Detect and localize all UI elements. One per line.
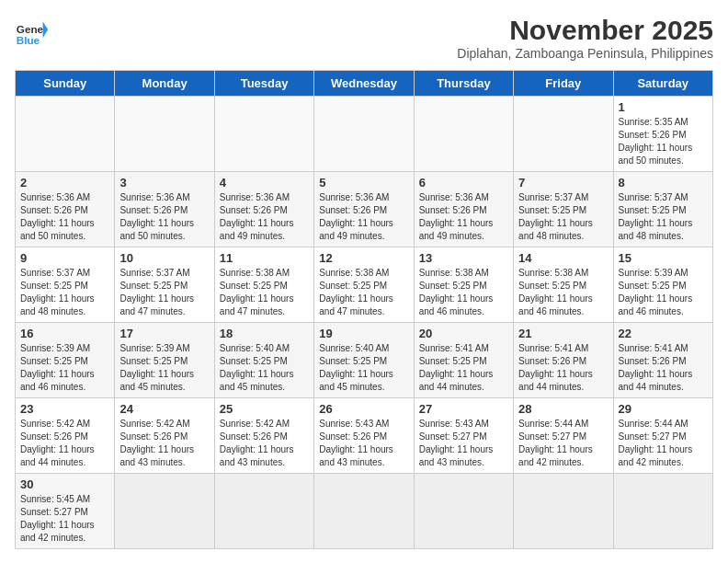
day-number: 16 <box>20 327 109 340</box>
week-row-4: 16Sunrise: 5:39 AMSunset: 5:25 PMDayligh… <box>16 323 713 398</box>
day-number: 27 <box>419 402 508 416</box>
day-number: 14 <box>518 251 608 265</box>
location-subtitle: Diplahan, Zamboanga Peninsula, Philippin… <box>457 46 713 61</box>
calendar-header: SundayMondayTuesdayWednesdayThursdayFrid… <box>16 71 713 97</box>
month-title: November 2025 <box>457 15 713 46</box>
day-number: 29 <box>619 402 708 416</box>
day-number: 1 <box>619 100 708 114</box>
header-row: SundayMondayTuesdayWednesdayThursdayFrid… <box>16 71 713 97</box>
day-header-wednesday: Wednesday <box>314 71 414 97</box>
day-number: 5 <box>319 176 408 190</box>
day-info: Sunrise: 5:36 AMSunset: 5:26 PMDaylight:… <box>220 191 309 243</box>
calendar-cell: 20Sunrise: 5:41 AMSunset: 5:25 PMDayligh… <box>414 323 513 398</box>
day-number: 30 <box>20 477 109 491</box>
day-info: Sunrise: 5:39 AMSunset: 5:25 PMDaylight:… <box>119 342 209 394</box>
week-row-6: 30Sunrise: 5:45 AMSunset: 5:27 PMDayligh… <box>16 474 713 549</box>
week-row-5: 23Sunrise: 5:42 AMSunset: 5:26 PMDayligh… <box>16 398 713 474</box>
day-info: Sunrise: 5:38 AMSunset: 5:25 PMDaylight:… <box>220 267 309 318</box>
calendar-cell: 26Sunrise: 5:43 AMSunset: 5:26 PMDayligh… <box>314 398 414 474</box>
calendar-cell <box>214 97 313 172</box>
day-info: Sunrise: 5:41 AMSunset: 5:26 PMDaylight:… <box>518 342 608 394</box>
day-info: Sunrise: 5:37 AMSunset: 5:25 PMDaylight:… <box>20 267 109 318</box>
calendar-cell <box>115 474 214 549</box>
day-number: 24 <box>119 402 209 416</box>
title-block: November 2025 Diplahan, Zamboanga Penins… <box>457 15 713 61</box>
calendar-cell <box>314 474 414 549</box>
svg-text:Blue: Blue <box>17 34 40 46</box>
calendar-cell: 11Sunrise: 5:38 AMSunset: 5:25 PMDayligh… <box>214 247 313 323</box>
calendar-cell: 25Sunrise: 5:42 AMSunset: 5:26 PMDayligh… <box>214 398 313 474</box>
day-number: 7 <box>518 176 608 190</box>
day-number: 9 <box>20 251 109 265</box>
calendar-cell: 6Sunrise: 5:36 AMSunset: 5:26 PMDaylight… <box>414 172 513 247</box>
calendar-cell: 21Sunrise: 5:41 AMSunset: 5:26 PMDayligh… <box>514 323 613 398</box>
day-number: 18 <box>220 327 309 340</box>
day-number: 23 <box>20 402 109 416</box>
calendar-cell: 13Sunrise: 5:38 AMSunset: 5:25 PMDayligh… <box>414 247 513 323</box>
calendar-cell <box>514 474 613 549</box>
calendar-cell: 18Sunrise: 5:40 AMSunset: 5:25 PMDayligh… <box>214 323 313 398</box>
day-info: Sunrise: 5:43 AMSunset: 5:26 PMDaylight:… <box>319 418 408 469</box>
day-info: Sunrise: 5:42 AMSunset: 5:26 PMDaylight:… <box>119 418 209 469</box>
day-number: 12 <box>319 251 408 265</box>
day-number: 28 <box>518 402 608 416</box>
calendar-cell <box>414 97 513 172</box>
calendar-cell <box>514 97 613 172</box>
week-row-1: 1Sunrise: 5:35 AMSunset: 5:26 PMDaylight… <box>16 97 713 172</box>
calendar-cell: 9Sunrise: 5:37 AMSunset: 5:25 PMDaylight… <box>16 247 115 323</box>
day-header-saturday: Saturday <box>613 71 712 97</box>
day-number: 17 <box>119 327 209 340</box>
day-number: 10 <box>119 251 209 265</box>
calendar-cell <box>214 474 313 549</box>
day-info: Sunrise: 5:41 AMSunset: 5:26 PMDaylight:… <box>619 342 708 394</box>
day-number: 25 <box>220 402 309 416</box>
day-info: Sunrise: 5:37 AMSunset: 5:25 PMDaylight:… <box>619 191 708 243</box>
day-info: Sunrise: 5:38 AMSunset: 5:25 PMDaylight:… <box>319 267 408 318</box>
day-number: 4 <box>220 176 309 190</box>
calendar-cell: 29Sunrise: 5:44 AMSunset: 5:27 PMDayligh… <box>613 398 712 474</box>
day-info: Sunrise: 5:38 AMSunset: 5:25 PMDaylight:… <box>518 267 608 318</box>
day-info: Sunrise: 5:37 AMSunset: 5:25 PMDaylight:… <box>518 191 608 243</box>
day-info: Sunrise: 5:35 AMSunset: 5:26 PMDaylight:… <box>619 116 708 167</box>
day-header-monday: Monday <box>115 71 214 97</box>
calendar-cell <box>414 474 513 549</box>
day-number: 22 <box>619 327 708 340</box>
day-info: Sunrise: 5:39 AMSunset: 5:25 PMDaylight:… <box>619 267 708 318</box>
day-number: 11 <box>220 251 309 265</box>
week-row-3: 9Sunrise: 5:37 AMSunset: 5:25 PMDaylight… <box>16 247 713 323</box>
calendar-cell <box>613 474 712 549</box>
day-info: Sunrise: 5:39 AMSunset: 5:25 PMDaylight:… <box>20 342 109 394</box>
calendar-cell: 15Sunrise: 5:39 AMSunset: 5:25 PMDayligh… <box>613 247 712 323</box>
calendar-cell: 19Sunrise: 5:40 AMSunset: 5:25 PMDayligh… <box>314 323 414 398</box>
day-number: 3 <box>119 176 209 190</box>
day-info: Sunrise: 5:40 AMSunset: 5:25 PMDaylight:… <box>220 342 309 394</box>
calendar-cell: 14Sunrise: 5:38 AMSunset: 5:25 PMDayligh… <box>514 247 613 323</box>
day-info: Sunrise: 5:36 AMSunset: 5:26 PMDaylight:… <box>20 191 109 243</box>
logo: General Blue <box>15 15 48 48</box>
day-number: 6 <box>419 176 508 190</box>
calendar-cell: 8Sunrise: 5:37 AMSunset: 5:25 PMDaylight… <box>613 172 712 247</box>
day-number: 13 <box>419 251 508 265</box>
day-info: Sunrise: 5:36 AMSunset: 5:26 PMDaylight:… <box>419 191 508 243</box>
calendar-cell <box>16 97 115 172</box>
day-info: Sunrise: 5:42 AMSunset: 5:26 PMDaylight:… <box>20 418 109 469</box>
day-header-friday: Friday <box>514 71 613 97</box>
calendar-cell: 24Sunrise: 5:42 AMSunset: 5:26 PMDayligh… <box>115 398 214 474</box>
day-number: 19 <box>319 327 408 340</box>
page-header: General Blue November 2025 Diplahan, Zam… <box>15 15 713 61</box>
calendar-cell: 2Sunrise: 5:36 AMSunset: 5:26 PMDaylight… <box>16 172 115 247</box>
day-info: Sunrise: 5:44 AMSunset: 5:27 PMDaylight:… <box>619 418 708 469</box>
calendar-cell: 4Sunrise: 5:36 AMSunset: 5:26 PMDaylight… <box>214 172 313 247</box>
day-info: Sunrise: 5:38 AMSunset: 5:25 PMDaylight:… <box>419 267 508 318</box>
day-info: Sunrise: 5:36 AMSunset: 5:26 PMDaylight:… <box>119 191 209 243</box>
calendar-cell: 16Sunrise: 5:39 AMSunset: 5:25 PMDayligh… <box>16 323 115 398</box>
day-info: Sunrise: 5:44 AMSunset: 5:27 PMDaylight:… <box>518 418 608 469</box>
day-number: 20 <box>419 327 508 340</box>
calendar-cell: 27Sunrise: 5:43 AMSunset: 5:27 PMDayligh… <box>414 398 513 474</box>
calendar-cell: 1Sunrise: 5:35 AMSunset: 5:26 PMDaylight… <box>613 97 712 172</box>
calendar-cell: 30Sunrise: 5:45 AMSunset: 5:27 PMDayligh… <box>16 474 115 549</box>
day-number: 26 <box>319 402 408 416</box>
calendar-cell: 17Sunrise: 5:39 AMSunset: 5:25 PMDayligh… <box>115 323 214 398</box>
calendar-cell: 28Sunrise: 5:44 AMSunset: 5:27 PMDayligh… <box>514 398 613 474</box>
day-number: 8 <box>619 176 708 190</box>
